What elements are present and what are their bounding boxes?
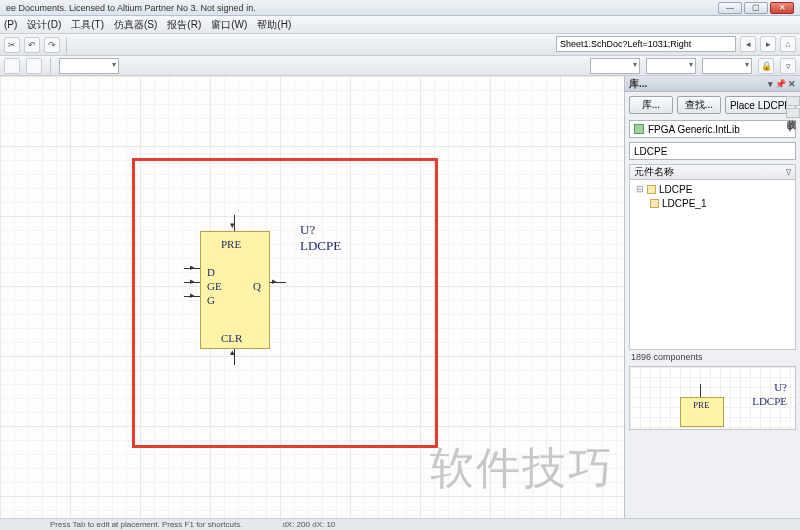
combo-layer[interactable] <box>59 58 119 74</box>
preview-component: PRE <box>680 397 724 427</box>
cut-icon[interactable]: ✂ <box>4 37 20 53</box>
nav-home-icon[interactable]: ⌂ <box>780 36 796 52</box>
maximize-button[interactable]: ▢ <box>744 2 768 14</box>
panel-dropdown-icon[interactable]: ▾ <box>768 79 773 89</box>
pin-clr-label: CLR <box>221 332 242 344</box>
tab-favorites[interactable]: 收藏的 <box>786 108 800 118</box>
designator-label[interactable]: U? <box>300 222 315 238</box>
library-icon <box>634 124 644 134</box>
find-button[interactable]: 查找... <box>677 96 721 114</box>
undo-icon[interactable]: ↶ <box>24 37 40 53</box>
filter-input[interactable] <box>629 142 796 160</box>
nav-back-icon[interactable]: ◂ <box>740 36 756 52</box>
pin-ge[interactable]: ▸ <box>184 282 200 283</box>
location-input[interactable] <box>556 36 736 52</box>
component-count: 1896 components <box>625 350 800 364</box>
work-area: U? LDCPE PRE D GE G Q CLR ▾ ▴ ▸ ▸ ▸ ▸ 软件… <box>0 76 800 518</box>
menu-reports[interactable]: 报告(R) <box>167 18 201 32</box>
menu-simulator[interactable]: 仿真器(S) <box>114 18 157 32</box>
pin-clr[interactable]: ▴ <box>234 349 235 365</box>
libraries-button[interactable]: 库... <box>629 96 673 114</box>
panel-pin-icon[interactable]: 📌 <box>775 79 786 89</box>
combo-1[interactable] <box>590 58 640 74</box>
item-label: LDCPE_1 <box>662 198 706 209</box>
menu-bar: (P) 设计(D) 工具(T) 仿真器(S) 报告(R) 窗口(W) 帮助(H) <box>0 16 800 34</box>
pin-g-label: G <box>207 294 215 306</box>
toolbar-main: ✂ ↶ ↷ ◂ ▸ ⌂ <box>0 34 800 56</box>
path-box: ◂ ▸ ⌂ <box>556 36 796 52</box>
list-item[interactable]: ⊟ LDCPE <box>632 182 793 196</box>
preview-name: LDCPE <box>752 395 787 407</box>
panel-title-text: 库... <box>629 77 647 91</box>
menu-design[interactable]: 设计(D) <box>27 18 61 32</box>
filter-icon[interactable]: ▿ <box>780 58 796 74</box>
lock-icon[interactable]: 🔒 <box>758 58 774 74</box>
window-controls: — ▢ ✕ <box>718 2 794 14</box>
component-list[interactable]: ⊟ LDCPE LDCPE_1 <box>629 180 796 350</box>
panel-close-icon[interactable]: ✕ <box>788 79 796 89</box>
menu-p[interactable]: (P) <box>4 19 17 30</box>
status-hint: Press Tab to edit at placement. Press F1… <box>50 520 242 529</box>
menu-help[interactable]: 帮助(H) <box>257 18 291 32</box>
combo-2[interactable] <box>646 58 696 74</box>
minimize-button[interactable]: — <box>718 2 742 14</box>
menu-tools[interactable]: 工具(T) <box>71 18 104 32</box>
filter-row <box>625 140 800 162</box>
library-name: FPGA Generic.IntLib <box>648 124 740 135</box>
menu-window[interactable]: 窗口(W) <box>211 18 247 32</box>
pin-g[interactable]: ▸ <box>184 296 200 297</box>
preview-pin-top <box>700 384 701 397</box>
library-select[interactable]: FPGA Generic.IntLib <box>629 120 796 138</box>
component-icon <box>650 199 659 208</box>
nav-fwd-icon[interactable]: ▸ <box>760 36 776 52</box>
separator <box>66 37 67 53</box>
panel-title[interactable]: 库... ▾ 📌 ✕ <box>625 76 800 92</box>
tool-b[interactable] <box>26 58 42 74</box>
preview-pin-pre: PRE <box>693 400 710 410</box>
pin-d[interactable]: ▸ <box>184 268 200 269</box>
separator <box>50 58 51 74</box>
selection-rect <box>132 158 438 448</box>
right-dock-tabs: 剪贴板 收藏的 <box>786 96 800 118</box>
status-coords: dX: 200 dX: 10 <box>282 520 335 529</box>
libraries-panel: 库... ▾ 📌 ✕ 库... 查找... Place LDCPE FPGA G… <box>624 76 800 518</box>
close-button[interactable]: ✕ <box>770 2 794 14</box>
combo-3[interactable] <box>702 58 752 74</box>
status-bar: Press Tab to edit at placement. Press F1… <box>0 518 800 530</box>
header-sort-icon[interactable]: ∇ <box>786 168 791 177</box>
panel-controls: ▾ 📌 ✕ <box>768 79 796 89</box>
tab-clipboard[interactable]: 剪贴板 <box>786 96 800 106</box>
component-icon <box>647 185 656 194</box>
list-header[interactable]: 元件名称 ∇ <box>629 164 796 180</box>
component-body[interactable]: PRE D GE G Q CLR <box>200 231 270 349</box>
component-name-label[interactable]: LDCPE <box>300 238 341 254</box>
pin-q-label: Q <box>253 280 261 292</box>
component-preview: PRE U? LDCPE <box>629 366 796 430</box>
item-label: LDCPE <box>659 184 692 195</box>
preview-designator: U? <box>774 381 787 393</box>
tree-collapse-icon[interactable]: ⊟ <box>636 184 644 194</box>
pin-d-label: D <box>207 266 215 278</box>
pin-q[interactable]: ▸ <box>270 282 286 283</box>
title-bar: ee Documents. Licensed to Altium Partner… <box>0 0 800 16</box>
list-item[interactable]: LDCPE_1 <box>632 196 793 210</box>
tool-a[interactable] <box>4 58 20 74</box>
toolbar-secondary: 🔒 ▿ <box>0 56 800 76</box>
title-text: ee Documents. Licensed to Altium Partner… <box>6 3 256 13</box>
pin-ge-label: GE <box>207 280 222 292</box>
redo-icon[interactable]: ↷ <box>44 37 60 53</box>
pin-pre[interactable]: ▾ <box>234 215 235 231</box>
panel-buttons: 库... 查找... Place LDCPE <box>625 92 800 118</box>
pin-pre-label: PRE <box>221 238 241 250</box>
library-select-row: FPGA Generic.IntLib <box>625 118 800 140</box>
schematic-canvas[interactable]: U? LDCPE PRE D GE G Q CLR ▾ ▴ ▸ ▸ ▸ ▸ 软件… <box>0 76 624 518</box>
list-header-text: 元件名称 <box>634 165 674 179</box>
